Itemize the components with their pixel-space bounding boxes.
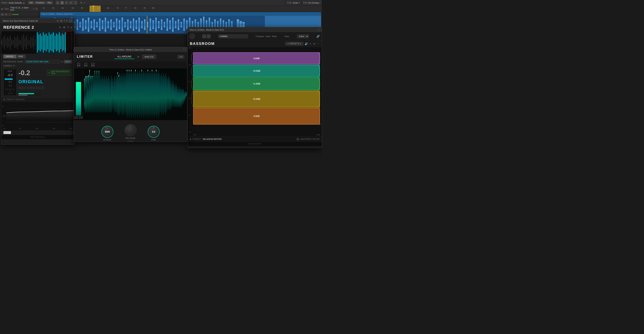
bassroom-actions: Compare Undo Redo — [256, 35, 277, 37]
bassroom-power-button[interactable]: ⏻ — [190, 34, 195, 39]
svg-rect-171 — [116, 76, 117, 112]
input-btn[interactable] — [12, 14, 19, 15]
br-more-icon[interactable]: ⋯ — [317, 42, 320, 45]
plus-icon[interactable]: + — [84, 1, 85, 4]
view-select[interactable]: Editor — [297, 34, 309, 38]
svg-rect-146 — [94, 79, 95, 112]
svg-rect-234 — [182, 89, 182, 105]
scissors-icon[interactable]: ✂ — [65, 1, 68, 4]
svg-rect-167 — [112, 79, 112, 110]
svg-rect-127 — [84, 79, 85, 94]
reference-send-input[interactable]: OCEAN DRIVE WAV (SHA... — [24, 60, 60, 63]
ab-badge[interactable]: A|B — [178, 55, 184, 58]
release-knob[interactable] — [124, 124, 136, 136]
ref2-help-icon[interactable]: ? — [67, 26, 69, 29]
targets-button[interactable]: ◂ TARGETS ▸ — [286, 42, 303, 45]
add-track-icon[interactable]: + — [33, 7, 34, 10]
dont-button[interactable]: DON'T — [64, 60, 72, 63]
lazarus-close-icon[interactable]: ✕ — [13, 64, 15, 67]
undo-button[interactable]: Undo — [266, 35, 270, 37]
ref2-pencil-icon[interactable]: ✎ — [57, 19, 59, 22]
up-arrow-icon[interactable]: ▲ — [23, 1, 25, 4]
svg-rect-154 — [99, 71, 99, 79]
svg-text:✕: ✕ — [66, 32, 67, 34]
cursor-icon[interactable]: ↖ — [80, 1, 82, 4]
svg-rect-245 — [131, 70, 132, 71]
ref2-expand-icon[interactable]: ⛶ — [69, 19, 72, 22]
mute-btn[interactable]: M — [1, 13, 4, 16]
ref2-hamburger-icon[interactable]: ≡ — [71, 26, 72, 29]
svg-rect-189 — [135, 71, 136, 118]
lm-btn-left[interactable] — [74, 116, 78, 119]
solo-btn[interactable]: S — [5, 13, 8, 16]
br-pencil-icon[interactable]: ✎ — [309, 42, 312, 45]
reference-send-label: REFERENCE SEND — [3, 61, 23, 63]
br-gear-icon[interactable]: ⚙ — [313, 42, 316, 45]
list-icon[interactable]: ≡ — [60, 1, 64, 4]
peak-label: PEAK — [5, 70, 15, 72]
bassroom-expand-icon[interactable]: ⛶ — [318, 28, 320, 31]
view-button[interactable]: View — [46, 1, 53, 4]
br-link-icon[interactable]: 🔗 — [316, 35, 320, 38]
svg-rect-156 — [101, 79, 101, 112]
band-green-curve — [194, 78, 320, 90]
band-purple[interactable]: 0.0dB — [193, 52, 320, 64]
limiter-meters-bar: NRG 0.0 PCH 0.0 GAIN 9.5 — [74, 61, 187, 68]
record-btn[interactable]: R — [8, 13, 12, 16]
split-icon[interactable]: ⊣ — [74, 1, 77, 4]
compare-button[interactable]: Compare — [256, 35, 264, 37]
freq-500: 500 — [69, 128, 72, 129]
br-speaker-icon[interactable]: 🔊 — [305, 42, 308, 45]
band-green[interactable]: +1.9dB — [193, 77, 320, 90]
lm-btn-right[interactable] — [79, 116, 82, 119]
drag-chevron-icon[interactable]: ▾ — [320, 2, 320, 4]
functions-button[interactable]: Functions — [35, 1, 45, 4]
track-arrow-icon[interactable]: ▶ — [2, 8, 3, 10]
bassroom-preset-name-input[interactable] — [218, 34, 248, 38]
svg-rect-203 — [150, 71, 150, 118]
svg-rect-208 — [155, 73, 155, 115]
band-yellow[interactable]: +2.0dB — [193, 91, 320, 107]
lazarus-label: LAZARUS — [3, 65, 12, 67]
snap-chevron-icon[interactable]: ▾ — [299, 2, 300, 4]
all-around-button[interactable]: ALL AROUND — [114, 55, 134, 59]
limiter-menu-icon[interactable]: ≡ — [138, 55, 139, 58]
ref2-pencil2-icon[interactable]: ✎ — [59, 26, 61, 29]
ref2-question-icon[interactable]: ? — [64, 19, 65, 22]
svg-rect-91 — [24, 38, 25, 47]
reference-send-close-icon[interactable]: ✕ — [61, 60, 63, 63]
limiter-expand-icon[interactable]: ⛶ — [183, 48, 185, 51]
svg-rect-174 — [120, 73, 120, 115]
band-orange[interactable]: 0.0dB — [193, 108, 320, 125]
svg-rect-135 — [88, 76, 89, 86]
svg-rect-249 — [152, 70, 152, 71]
duplicate-icon[interactable]: ⊡ — [36, 7, 38, 10]
svg-rect-128 — [85, 92, 86, 112]
analyze-button[interactable]: ANALYZE — [142, 55, 156, 59]
svg-rect-176 — [122, 73, 122, 115]
trinity-gear-icon[interactable]: ⚙ — [3, 98, 6, 101]
region-title-bar: Theo G | Entheo - Break to Open [V1] ♡ — [40, 12, 321, 16]
ref2-settings-icon[interactable]: ⚙ — [63, 26, 66, 29]
free-button[interactable]: FREE — [16, 55, 26, 58]
loop-icon[interactable]: ↻ — [69, 1, 73, 4]
band-teal[interactable]: +0.5dB — [193, 65, 320, 77]
svg-rect-236 — [184, 92, 184, 102]
preset-icon[interactable]: ● — [190, 138, 191, 140]
peak-minus: -1.4 — [5, 85, 15, 87]
redo-button[interactable]: Redo — [272, 35, 277, 37]
add-reference-track-button[interactable]: + ADD REFERENCE TRA — [47, 70, 72, 76]
eq-db-labels: +5 0 dB -5 — [2, 102, 6, 130]
nav-next-button[interactable]: › — [207, 34, 210, 38]
ref2-gear-icon[interactable]: ⚙ — [60, 19, 62, 22]
ref2-titlebar: Stereo Out: Best Reference Tracks 48 ✎ ⚙… — [1, 18, 74, 23]
ref2-menu-icon[interactable]: ≡ — [66, 19, 68, 22]
svg-rect-230 — [178, 89, 178, 107]
nav-prev-button[interactable]: ‹ — [202, 34, 206, 38]
grid-icon[interactable]: ⊞ — [56, 1, 59, 4]
mirror-button[interactable]: MIRROR — [3, 55, 16, 58]
attack-knob[interactable]: 5000 — [102, 126, 113, 138]
edit-button[interactable]: Edit — [28, 1, 34, 4]
reset-button[interactable]: RESET — [3, 131, 11, 134]
link-knob[interactable]: 0.0 — [148, 126, 160, 138]
